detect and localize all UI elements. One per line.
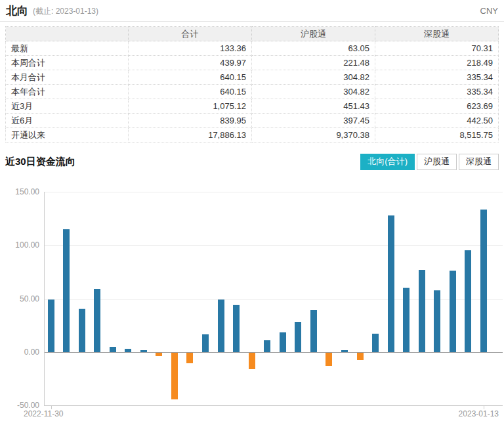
cell-value: 63.05 bbox=[252, 41, 375, 56]
section-row: 近30日资金流向 北向(合计)沪股通深股通 bbox=[5, 153, 499, 170]
row-label: 最新 bbox=[6, 41, 129, 56]
column-header: 合计 bbox=[129, 27, 252, 41]
bar-inflow bbox=[341, 350, 348, 352]
cell-value: 8,515.75 bbox=[375, 128, 499, 143]
row-label: 本月合计 bbox=[6, 70, 129, 85]
cell-value: 304.82 bbox=[252, 85, 375, 99]
cell-value: 839.95 bbox=[129, 114, 252, 128]
column-header: 深股通 bbox=[375, 27, 499, 41]
cell-value: 133.36 bbox=[129, 41, 252, 56]
bar-outflow bbox=[156, 353, 162, 356]
bar-inflow bbox=[202, 334, 209, 352]
bar-inflow bbox=[79, 309, 85, 352]
chart-tab-inactive[interactable]: 深股通 bbox=[459, 154, 499, 170]
chart-tab-active[interactable]: 北向(合计) bbox=[360, 154, 415, 170]
x-axis-tick bbox=[51, 406, 52, 409]
bar-inflow bbox=[110, 347, 116, 352]
cell-value: 335.34 bbox=[375, 85, 499, 99]
y-axis-line bbox=[44, 192, 45, 405]
summary-table-head: 合计沪股通深股通 bbox=[6, 27, 499, 41]
bar-outflow bbox=[186, 353, 193, 363]
bar-inflow bbox=[218, 300, 224, 352]
bar-inflow bbox=[403, 288, 410, 352]
page-header: 北向 (截止: 2023-01-13) CNY bbox=[0, 0, 504, 22]
table-row: 本周合计439.97221.48218.49 bbox=[6, 56, 499, 70]
zero-gridline bbox=[44, 352, 503, 353]
cell-value: 442.50 bbox=[375, 114, 499, 128]
currency-label: CNY bbox=[480, 6, 498, 16]
table-row: 近6月839.95397.45442.50 bbox=[6, 114, 499, 128]
bar-inflow bbox=[480, 210, 487, 352]
y-axis-tick-label: 100.00 bbox=[0, 240, 39, 250]
gridline bbox=[44, 192, 503, 192]
bar-inflow bbox=[310, 310, 317, 352]
summary-table: 合计沪股通深股通 最新133.3663.0570.31本周合计439.97221… bbox=[5, 26, 499, 143]
bar-inflow bbox=[450, 271, 456, 352]
y-axis-tick-label: -50.00 bbox=[0, 401, 39, 410]
table-row: 最新133.3663.0570.31 bbox=[6, 41, 499, 56]
cell-value: 335.34 bbox=[375, 70, 499, 85]
bar-inflow bbox=[264, 340, 270, 352]
cell-value: 397.45 bbox=[252, 114, 375, 128]
bar-inflow bbox=[140, 350, 147, 352]
bar-inflow bbox=[280, 332, 286, 352]
cell-value: 221.48 bbox=[252, 56, 375, 70]
flow-bar-chart: 2022-11-30 2023-01-13 150.00100.0050.000… bbox=[0, 170, 504, 425]
x-axis-end-label: 2023-01-13 bbox=[459, 409, 499, 418]
cell-value: 623.69 bbox=[375, 99, 499, 114]
page-subtitle: (截止: 2023-01-13) bbox=[33, 5, 98, 17]
cell-value: 304.82 bbox=[252, 70, 375, 85]
row-label: 本年合计 bbox=[6, 85, 129, 99]
cell-value: 439.97 bbox=[129, 56, 252, 70]
column-header: 沪股通 bbox=[252, 27, 375, 41]
chart-tab-group: 北向(合计)沪股通深股通 bbox=[358, 154, 499, 170]
bar-inflow bbox=[94, 289, 100, 352]
x-axis-line bbox=[44, 405, 503, 406]
bar-inflow bbox=[372, 334, 379, 352]
row-label: 开通以来 bbox=[6, 128, 129, 143]
y-axis-tick-label: 0.00 bbox=[0, 347, 39, 357]
cell-value: 9,370.38 bbox=[252, 128, 375, 143]
bar-inflow bbox=[295, 322, 301, 352]
bar-outflow bbox=[357, 353, 364, 360]
gridline bbox=[44, 245, 503, 246]
bar-inflow bbox=[48, 300, 54, 352]
chart-tab-inactive[interactable]: 沪股通 bbox=[417, 154, 457, 170]
table-row: 近3月1,075.12451.43623.69 bbox=[6, 99, 499, 114]
bar-inflow bbox=[233, 305, 240, 352]
bar-inflow bbox=[465, 250, 471, 352]
cell-value: 640.15 bbox=[129, 70, 252, 85]
row-label: 近6月 bbox=[6, 114, 129, 128]
cell-value: 640.15 bbox=[129, 85, 252, 99]
cell-value: 1,075.12 bbox=[129, 99, 252, 114]
x-axis-start-label: 2022-11-30 bbox=[24, 409, 64, 418]
table-row: 开通以来17,886.139,370.388,515.75 bbox=[6, 128, 499, 143]
section-title: 近30日资金流向 bbox=[5, 156, 75, 168]
row-label: 本周合计 bbox=[6, 56, 129, 70]
bar-inflow bbox=[419, 270, 425, 352]
table-row: 本年合计640.15304.82335.34 bbox=[6, 85, 499, 99]
cell-value: 17,886.13 bbox=[129, 128, 252, 143]
summary-table-body: 最新133.3663.0570.31本周合计439.97221.48218.49… bbox=[6, 41, 499, 143]
table-row: 本月合计640.15304.82335.34 bbox=[6, 70, 499, 85]
bar-inflow bbox=[388, 215, 394, 352]
y-axis-tick-label: 150.00 bbox=[0, 187, 39, 196]
bar-inflow bbox=[125, 349, 131, 352]
bar-outflow bbox=[249, 353, 255, 369]
x-axis-tick bbox=[484, 406, 484, 409]
bar-inflow bbox=[63, 229, 70, 352]
column-header-empty bbox=[6, 27, 129, 41]
bar-outflow bbox=[326, 353, 332, 366]
cell-value: 70.31 bbox=[375, 41, 499, 56]
cell-value: 451.43 bbox=[252, 99, 375, 114]
bar-outflow bbox=[171, 353, 178, 399]
page-title: 北向 bbox=[6, 3, 28, 18]
row-label: 近3月 bbox=[6, 99, 129, 114]
y-axis-tick-label: 50.00 bbox=[0, 294, 39, 303]
cell-value: 218.49 bbox=[375, 56, 499, 70]
bar-inflow bbox=[434, 290, 440, 352]
